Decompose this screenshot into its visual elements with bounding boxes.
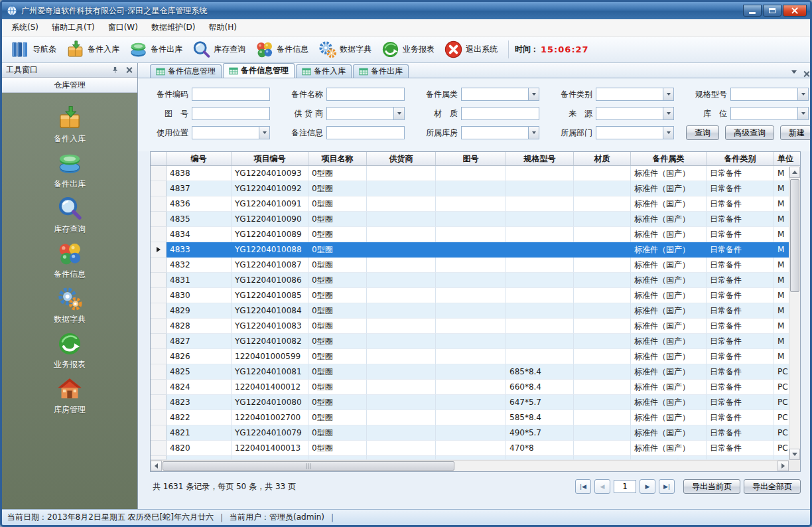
combo-dropdown-button[interactable] bbox=[259, 127, 269, 139]
toolbar-button-report[interactable]: 业务报表 bbox=[376, 38, 439, 61]
material-field[interactable] bbox=[461, 107, 539, 120]
vertical-scroll-track[interactable] bbox=[789, 178, 800, 449]
column-header-7[interactable]: 备件属类 bbox=[631, 152, 707, 165]
parts-name-field[interactable] bbox=[326, 88, 405, 101]
row-selector-cell[interactable] bbox=[151, 242, 167, 258]
table-row[interactable]: 4829YG122040100840型圈标准件（国产）日常备件M bbox=[151, 303, 800, 319]
combo-dropdown-button[interactable] bbox=[393, 108, 404, 119]
new-button[interactable]: 新建 bbox=[780, 125, 812, 140]
table-row[interactable]: 4835YG122040100900型圈标准件（国产）日常备件M bbox=[151, 212, 800, 227]
column-header-1[interactable]: 项目编号 bbox=[232, 152, 308, 165]
sidebar-item-warehouse[interactable]: 库房管理 bbox=[17, 373, 123, 418]
column-header-5[interactable]: 规格型号 bbox=[506, 152, 574, 165]
table-row[interactable]: 4823YG122040100800型圈647*5.7标准件（国产）日常备件PC bbox=[151, 395, 800, 410]
sidebar-item-parts-in[interactable]: 备件入库 bbox=[17, 102, 123, 147]
table-row[interactable]: 4838YG122040100930型圈标准件（国产）日常备件M bbox=[151, 166, 800, 181]
menu-item-3[interactable]: 数据维护(D) bbox=[145, 19, 202, 36]
row-selector-cell[interactable] bbox=[151, 364, 167, 380]
column-header-0[interactable]: 编号 bbox=[167, 152, 232, 165]
row-selector-cell[interactable] bbox=[151, 349, 167, 364]
row-selector-cell[interactable] bbox=[151, 273, 167, 288]
combo-dropdown-button[interactable] bbox=[528, 88, 539, 100]
row-selector-cell[interactable] bbox=[151, 334, 167, 349]
row-selector-cell[interactable] bbox=[151, 410, 167, 425]
tab-1[interactable]: 备件信息管理 bbox=[223, 63, 295, 78]
parts-code-field[interactable] bbox=[192, 88, 270, 101]
sidebar-item-parts-info[interactable]: 备件信息 bbox=[17, 238, 123, 283]
row-selector-cell[interactable] bbox=[151, 212, 167, 227]
export-current-page-button[interactable]: 导出当前页 bbox=[683, 479, 740, 494]
combo-dropdown-button[interactable] bbox=[528, 127, 539, 139]
column-header-8[interactable]: 备件类别 bbox=[707, 152, 774, 165]
table-row[interactable]: 4834YG122040100890型圈标准件（国产）日常备件M bbox=[151, 227, 800, 242]
table-row[interactable]: 4837YG122040100920型圈标准件（国产）日常备件M bbox=[151, 181, 800, 196]
table-row[interactable]: 482612204010005990型圈标准件（国产）日常备件M bbox=[151, 349, 800, 364]
horizontal-scroll-track[interactable] bbox=[162, 461, 778, 471]
usage-position-combo[interactable] bbox=[192, 126, 270, 139]
scroll-right-button[interactable] bbox=[778, 461, 789, 471]
combo-dropdown-button[interactable] bbox=[663, 108, 673, 119]
row-selector-cell[interactable] bbox=[151, 227, 167, 242]
export-all-pages-button[interactable]: 导出全部页 bbox=[744, 479, 801, 494]
table-row[interactable]: 4827YG122040100820型圈标准件（国产）日常备件M bbox=[151, 334, 800, 349]
table-row[interactable]: 4821YG122040100790型圈490*5.7标准件（国产）日常备件PC bbox=[151, 425, 800, 441]
table-row[interactable]: 4830YG122040100850型圈标准件（国产）日常备件M bbox=[151, 288, 800, 303]
spec-model-combo[interactable] bbox=[730, 88, 809, 101]
table-row[interactable]: 482212204010027000型圈585*8.4标准件（国产）日常备件PC bbox=[151, 410, 800, 425]
toolbar-button-navbar[interactable]: 导航条 bbox=[6, 38, 61, 61]
sidebar-item-report[interactable]: 业务报表 bbox=[17, 328, 123, 373]
supplier-combo[interactable] bbox=[326, 107, 405, 120]
table-row[interactable]: 4825YG122040100810型圈685*8.4标准件（国产）日常备件PC bbox=[151, 364, 800, 380]
row-selector-cell[interactable] bbox=[151, 319, 167, 334]
scroll-up-button[interactable] bbox=[789, 167, 800, 178]
row-selector-cell[interactable] bbox=[151, 166, 167, 181]
menu-item-4[interactable]: 帮助(H) bbox=[202, 19, 243, 36]
toolbar-button-parts-in[interactable]: 备件入库 bbox=[61, 38, 124, 61]
parts-category-combo[interactable] bbox=[461, 88, 539, 101]
combo-dropdown-button[interactable] bbox=[663, 88, 673, 100]
pin-button[interactable] bbox=[110, 66, 119, 75]
first-page-button[interactable]: |◀ bbox=[575, 479, 591, 494]
scroll-left-button[interactable] bbox=[151, 461, 162, 471]
prev-page-button[interactable]: ◀ bbox=[594, 479, 610, 494]
query-button[interactable]: 查询 bbox=[686, 125, 719, 140]
toolbar-button-parts-info[interactable]: 备件信息 bbox=[250, 38, 313, 61]
table-row[interactable]: 4836YG122040100910型圈标准件（国产）日常备件M bbox=[151, 196, 800, 212]
horizontal-scrollbar[interactable] bbox=[151, 460, 789, 471]
minimize-button[interactable] bbox=[743, 5, 762, 17]
table-row[interactable]: 4832YG122040100870型圈标准件（国产）日常备件M bbox=[151, 258, 800, 273]
tab-list-button[interactable] bbox=[791, 66, 797, 76]
combo-dropdown-button[interactable] bbox=[797, 88, 808, 100]
row-selector-cell[interactable] bbox=[151, 425, 167, 441]
toolbar-button-data-dict[interactable]: 数据字典 bbox=[313, 38, 376, 61]
drawing-no-field[interactable] bbox=[192, 107, 270, 120]
column-header-2[interactable]: 项目名称 bbox=[308, 152, 367, 165]
table-row[interactable]: 482412204014000120型圈660*8.4标准件（国产）日常备件PC bbox=[151, 380, 800, 395]
tab-2[interactable]: 备件入库 bbox=[296, 64, 352, 78]
table-row[interactable]: 482012204014000130型圈470*8标准件（国产）日常备件PC bbox=[151, 441, 800, 456]
row-selector-cell[interactable] bbox=[151, 181, 167, 196]
page-number-input[interactable] bbox=[614, 480, 636, 493]
next-page-button[interactable]: ▶ bbox=[640, 479, 655, 494]
combo-dropdown-button[interactable] bbox=[663, 127, 673, 139]
menu-item-2[interactable]: 窗口(W) bbox=[102, 19, 145, 36]
maximize-button[interactable] bbox=[763, 5, 781, 17]
vertical-scrollbar[interactable] bbox=[789, 167, 800, 460]
menu-item-0[interactable]: 系统(S) bbox=[5, 19, 45, 36]
column-header-9[interactable]: 单位 bbox=[774, 152, 800, 165]
row-selector-cell[interactable] bbox=[151, 395, 167, 410]
warehouse-combo[interactable] bbox=[461, 126, 539, 139]
source-combo[interactable] bbox=[596, 107, 674, 120]
menu-item-1[interactable]: 辅助工具(T) bbox=[45, 19, 102, 36]
horizontal-scroll-thumb[interactable] bbox=[163, 461, 454, 471]
table-row[interactable]: 4831YG122040100860型圈标准件（国产）日常备件M bbox=[151, 273, 800, 288]
close-panel-button[interactable] bbox=[124, 66, 133, 75]
vertical-scroll-thumb[interactable] bbox=[790, 179, 799, 292]
remark-field[interactable] bbox=[326, 126, 405, 139]
row-selector-cell[interactable] bbox=[151, 441, 167, 456]
column-header-4[interactable]: 图号 bbox=[436, 152, 506, 165]
toolbar-button-exit[interactable]: 退出系统 bbox=[439, 38, 502, 61]
close-button[interactable] bbox=[783, 5, 807, 17]
tab-3[interactable]: 备件出库 bbox=[353, 64, 409, 78]
column-header-6[interactable]: 材质 bbox=[574, 152, 631, 165]
